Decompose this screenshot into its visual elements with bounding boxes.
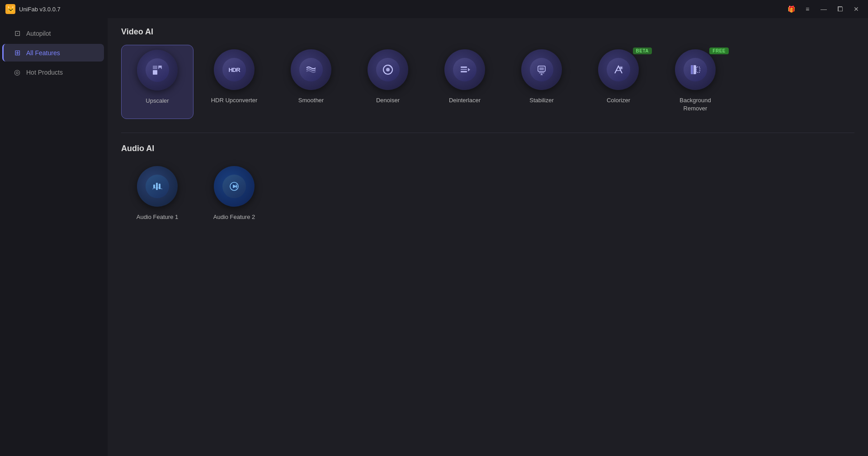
deinterlacer-icon-wrap [444, 49, 485, 90]
colorizer-icon [607, 58, 630, 81]
deinterlacer-icon [453, 58, 476, 81]
upscaler-icon-wrap [137, 50, 178, 90]
audio-ai-grid: Audio Feature 1 Audio Feature 2 [121, 162, 854, 228]
audio1-icon-wrap [137, 166, 178, 207]
colorizer-icon-wrap [598, 49, 639, 90]
svg-rect-9 [539, 67, 544, 70]
feature-card-upscaler[interactable]: Upscaler [121, 45, 193, 119]
app-icon: 🐱 [5, 4, 15, 14]
sidebar-item-hot-products[interactable]: ◎ Hot Products [4, 63, 104, 81]
upscaler-label: Upscaler [146, 97, 169, 105]
hot-products-icon: ◎ [13, 68, 22, 76]
video-ai-title: Video AI [121, 27, 854, 37]
feature-card-denoiser[interactable]: Denoiser [352, 45, 424, 119]
smoother-icon [299, 58, 323, 81]
feature-card-deinterlacer[interactable]: Deinterlacer [429, 45, 501, 119]
main-layout: ⊡ Autopilot ⊞ All Features ◎ Hot Product… [0, 18, 868, 456]
colorizer-badge: BETA [633, 48, 652, 54]
svg-marker-11 [540, 73, 543, 75]
video-ai-section: Video AI Upscaler [121, 27, 854, 119]
svg-rect-4 [461, 66, 467, 68]
feature-card-audio-1[interactable]: Audio Feature 1 [121, 162, 193, 228]
bg-remover-icon-wrap [675, 49, 716, 90]
autopilot-icon: ⊡ [13, 29, 22, 38]
sidebar: ⊡ Autopilot ⊞ All Features ◎ Hot Product… [0, 18, 108, 456]
svg-rect-19 [156, 183, 158, 190]
smoother-icon-wrap [291, 49, 331, 90]
gift-button[interactable]: 🎁 [785, 3, 797, 15]
denoiser-icon-wrap [368, 49, 408, 90]
close-button[interactable]: ✕ [850, 3, 863, 15]
stabilizer-label: Stabilizer [529, 96, 553, 104]
audio1-label: Audio Feature 1 [137, 213, 179, 221]
feature-card-smoother[interactable]: Smoother [275, 45, 347, 119]
svg-rect-16 [693, 65, 693, 74]
audio-ai-title: Audio AI [121, 144, 854, 153]
audio2-icon-wrap [214, 166, 255, 207]
audio1-icon [146, 175, 169, 198]
feature-card-bg-remover[interactable]: FREE BackgroundRemover [659, 45, 731, 119]
feature-card-colorizer[interactable]: BETA Colorizer [582, 45, 655, 119]
maximize-button[interactable]: ⧠ [834, 3, 846, 15]
audio2-label: Audio Feature 2 [213, 213, 255, 221]
denoiser-icon [376, 58, 400, 81]
svg-point-3 [386, 68, 390, 71]
feature-card-audio-2[interactable]: Audio Feature 2 [198, 162, 270, 228]
all-features-icon: ⊞ [13, 48, 22, 57]
hdr-icon: HDR [222, 58, 246, 81]
section-divider [121, 133, 854, 133]
audio-ai-section: Audio AI Audio Fe [121, 144, 854, 228]
deinterlacer-label: Deinterlacer [449, 96, 481, 104]
smoother-label: Smoother [298, 96, 324, 104]
hdr-label: HDR Upconverter [211, 96, 258, 104]
colorizer-label: Colorizer [607, 96, 630, 104]
feature-card-stabilizer[interactable]: Stabilizer [505, 45, 578, 119]
svg-rect-10 [539, 72, 544, 73]
sidebar-item-all-features[interactable]: ⊞ All Features [2, 44, 104, 62]
titlebar-controls: 🎁 ≡ — ⧠ ✕ [785, 3, 863, 15]
minimize-button[interactable]: — [817, 3, 830, 15]
bg-remover-badge: FREE [709, 48, 729, 54]
svg-rect-18 [153, 185, 155, 188]
titlebar-left: 🐱 UniFab v3.0.0.7 [5, 4, 61, 14]
bg-remover-icon [684, 58, 707, 81]
audio2-icon [222, 175, 246, 198]
hdr-icon-wrap: HDR [214, 49, 255, 90]
sidebar-item-autopilot[interactable]: ⊡ Autopilot [4, 24, 104, 42]
feature-card-hdr[interactable]: HDR HDR Upconverter [198, 45, 270, 119]
upscaler-icon [146, 58, 169, 82]
menu-button[interactable]: ≡ [801, 3, 814, 15]
sidebar-label-hot-products: Hot Products [26, 69, 63, 76]
svg-rect-6 [461, 71, 467, 72]
svg-marker-7 [468, 68, 470, 71]
svg-rect-5 [461, 69, 467, 70]
denoiser-label: Denoiser [376, 96, 400, 104]
titlebar: 🐱 UniFab v3.0.0.7 🎁 ≡ — ⧠ ✕ [0, 0, 868, 18]
svg-rect-17 [696, 67, 700, 72]
sidebar-label-autopilot: Autopilot [26, 30, 51, 37]
content-area: Video AI Upscaler [108, 18, 868, 456]
svg-rect-0 [153, 70, 157, 75]
stabilizer-icon [530, 58, 553, 81]
app-title: UniFab v3.0.0.7 [19, 6, 61, 13]
bg-remover-label: BackgroundRemover [679, 96, 711, 113]
video-ai-grid: Upscaler HDR HDR Upconverter [121, 45, 854, 119]
stabilizer-icon-wrap [521, 49, 562, 90]
svg-rect-1 [153, 66, 157, 69]
sidebar-label-all-features: All Features [26, 49, 60, 57]
